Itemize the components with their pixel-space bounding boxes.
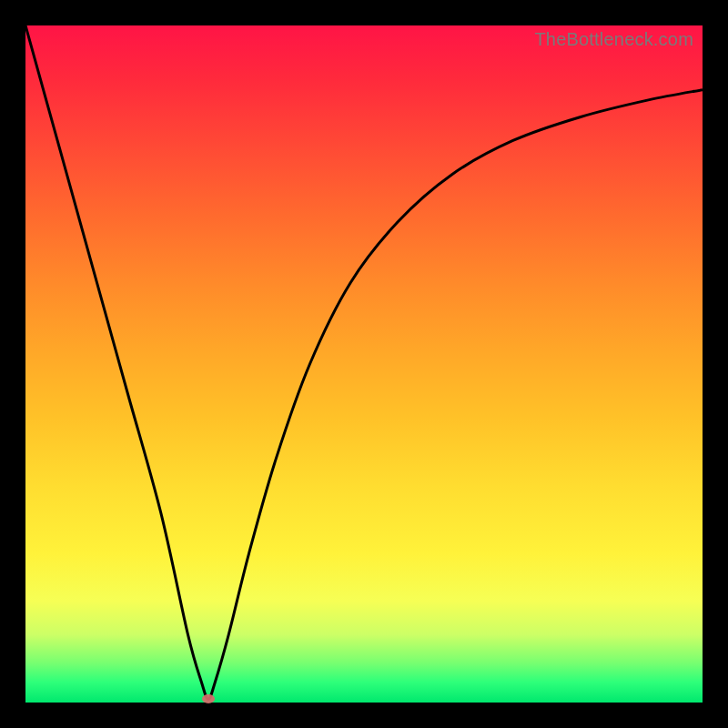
watermark-text: TheBottleneck.com — [534, 29, 693, 50]
minimum-marker — [202, 694, 215, 703]
bottleneck-curve-path — [25, 25, 703, 699]
plot-area: TheBottleneck.com — [25, 25, 703, 703]
chart-frame: TheBottleneck.com — [0, 0, 728, 728]
curve-svg — [25, 25, 703, 703]
